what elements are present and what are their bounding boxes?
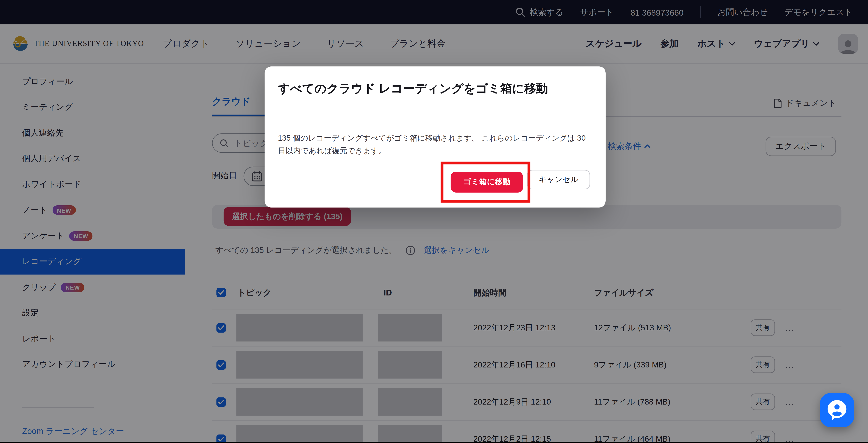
move-to-trash-dialog: すべてのクラウド レコーディングをゴミ箱に移動 135 個のレコーディングすべて…: [265, 66, 606, 208]
chat-contact-icon: [827, 399, 848, 421]
dialog-title: すべてのクラウド レコーディングをゴミ箱に移動: [278, 80, 589, 98]
support-chat-button[interactable]: [820, 393, 854, 427]
cancel-button[interactable]: キャンセル: [527, 170, 590, 189]
click-target-highlight: [441, 162, 530, 202]
zoom-web-portal: 検索する サポート 81 368973660 お問い合わせ デモをリクエスト: [0, 0, 868, 443]
dialog-body-text: 135 個のレコーディングすべてがゴミ箱に移動されます。 これらのレコーディング…: [278, 132, 586, 157]
screenshot-bottom-edge: [0, 441, 868, 443]
